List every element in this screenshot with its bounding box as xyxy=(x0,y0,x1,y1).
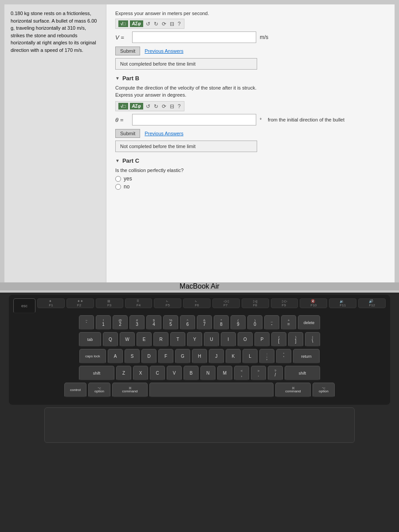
f-key[interactable]: F xyxy=(158,349,173,364)
radio-no[interactable]: no xyxy=(115,184,386,190)
j-key[interactable]: J xyxy=(209,349,224,364)
f1-key[interactable]: ✦F1 xyxy=(37,298,65,308)
u-key[interactable]: U xyxy=(204,332,219,347)
radio-yes[interactable]: yes xyxy=(115,176,386,182)
spacebar-key[interactable] xyxy=(149,383,274,398)
m-key[interactable]: M xyxy=(217,366,232,381)
minus-key[interactable]: _- xyxy=(264,315,279,330)
undo-icon-2[interactable]: ↺ xyxy=(145,103,151,110)
command-key-left[interactable]: ⌘ command xyxy=(112,383,148,398)
c-key[interactable]: C xyxy=(150,366,165,381)
b-key[interactable]: B xyxy=(184,366,199,381)
3-key[interactable]: #3 xyxy=(129,315,145,330)
submit-btn-2[interactable]: Submit xyxy=(115,129,140,138)
return-key[interactable]: return xyxy=(293,349,320,364)
comma-key[interactable]: <, xyxy=(234,366,249,381)
refresh-icon-1[interactable]: ⟳ xyxy=(161,21,167,27)
q-key[interactable]: Q xyxy=(103,332,118,347)
tab-key[interactable]: tab xyxy=(79,332,101,347)
control-key[interactable]: control xyxy=(64,383,86,398)
keyboard-icon-2[interactable]: ⊟ xyxy=(169,103,175,110)
k-key[interactable]: K xyxy=(226,349,241,364)
left-shift-key[interactable]: shift xyxy=(79,366,114,381)
r-key[interactable]: R xyxy=(153,332,168,347)
bracket-close-key[interactable]: }] xyxy=(288,332,303,347)
backtick-key[interactable]: ~` xyxy=(79,315,94,330)
option-key-right[interactable]: ⌥ option xyxy=(313,383,335,398)
theta-input[interactable] xyxy=(132,114,256,125)
v-input[interactable] xyxy=(132,31,256,43)
f12-key[interactable]: 🔊F12 xyxy=(358,298,386,308)
f10-key[interactable]: 🔇F10 xyxy=(300,298,327,308)
0-key[interactable]: )0 xyxy=(247,315,262,330)
6-key[interactable]: ^6 xyxy=(180,315,195,330)
2-key[interactable]: @2 xyxy=(113,315,128,330)
help-icon-1[interactable]: ? xyxy=(177,21,182,27)
p-key[interactable]: P xyxy=(254,332,270,347)
s-key[interactable]: S xyxy=(125,349,140,364)
1-key[interactable]: !1 xyxy=(96,315,111,330)
h-key[interactable]: H xyxy=(192,349,207,364)
radio-no-input[interactable] xyxy=(115,184,121,190)
keyboard-icon-1[interactable]: ⊟ xyxy=(169,21,175,27)
help-icon-2[interactable]: ? xyxy=(177,103,182,110)
w-key[interactable]: W xyxy=(120,332,135,347)
radio-yes-input[interactable] xyxy=(115,176,121,182)
y-key[interactable]: Y xyxy=(187,332,202,347)
right-shift-key[interactable]: shift xyxy=(285,366,320,381)
l-key[interactable]: L xyxy=(243,349,258,364)
greek-btn-2[interactable]: ΑΣφ xyxy=(130,103,143,110)
bracket-open-key[interactable]: {[ xyxy=(271,332,286,347)
x-key[interactable]: X xyxy=(133,366,148,381)
8-key[interactable]: *8 xyxy=(214,315,229,330)
f3-key[interactable]: ⊞F3 xyxy=(96,298,123,308)
undo-icon-1[interactable]: ↺ xyxy=(145,21,151,27)
quote-key[interactable]: "' xyxy=(276,349,291,364)
f6-key[interactable]: ⠦F6 xyxy=(183,298,211,308)
f7-key[interactable]: ◁◁F7 xyxy=(212,298,240,308)
option-key-left[interactable]: ⌥ option xyxy=(88,383,110,398)
theta-input-row: θ = ° from the initial direction of the … xyxy=(115,114,386,125)
redo-icon-2[interactable]: ↻ xyxy=(153,103,159,110)
f4-key[interactable]: ⠿F4 xyxy=(125,298,153,308)
g-key[interactable]: G xyxy=(175,349,190,364)
sqrt-btn-2[interactable]: √□ xyxy=(118,103,128,110)
semicolon-key[interactable]: :; xyxy=(259,349,274,364)
t-key[interactable]: T xyxy=(170,332,185,347)
caps-lock-key[interactable]: caps lock xyxy=(79,349,106,364)
7-key[interactable]: &7 xyxy=(197,315,212,330)
delete-key[interactable]: delete xyxy=(298,315,320,330)
5-key[interactable]: %5 xyxy=(163,315,178,330)
z-key[interactable]: Z xyxy=(116,366,131,381)
e-key[interactable]: E xyxy=(137,332,152,347)
a-key[interactable]: A xyxy=(108,349,123,364)
9-key[interactable]: (9 xyxy=(231,315,246,330)
esc-key[interactable]: esc xyxy=(13,298,35,313)
o-key[interactable]: O xyxy=(238,332,253,347)
touchpad[interactable] xyxy=(44,407,355,443)
d-key[interactable]: D xyxy=(141,349,156,364)
express-label-1: Express your answer in meters per second… xyxy=(115,11,386,16)
equals-key[interactable]: += xyxy=(281,315,296,330)
i-key[interactable]: I xyxy=(221,332,236,347)
slash-key[interactable]: ?/ xyxy=(268,366,283,381)
4-key[interactable]: $4 xyxy=(146,315,161,330)
submit-btn-1[interactable]: Submit xyxy=(115,47,140,55)
refresh-icon-2[interactable]: ⟳ xyxy=(161,103,167,110)
f5-key[interactable]: ⠦F5 xyxy=(154,298,181,308)
period-key[interactable]: >. xyxy=(251,366,266,381)
f11-key[interactable]: 🔉F11 xyxy=(329,298,356,308)
prev-answers-link-2[interactable]: Previous Answers xyxy=(145,131,183,136)
answer-panel[interactable]: Express your answer in meters per second… xyxy=(106,4,395,288)
greek-btn-1[interactable]: ΑΣφ xyxy=(130,20,143,27)
prev-answers-link-1[interactable]: Previous Answers xyxy=(145,48,183,54)
backslash-key[interactable]: |\ xyxy=(305,332,320,347)
f9-key[interactable]: ▷▷F9 xyxy=(271,298,298,308)
n-key[interactable]: N xyxy=(200,366,215,381)
sqrt-btn-1[interactable]: √□ xyxy=(118,20,128,27)
f8-key[interactable]: ▷||F8 xyxy=(242,298,269,308)
f2-key[interactable]: ✦✦F2 xyxy=(66,298,94,308)
v-key[interactable]: V xyxy=(167,366,182,381)
command-key-right[interactable]: ⌘ command xyxy=(275,383,311,398)
redo-icon-1[interactable]: ↻ xyxy=(153,21,159,27)
